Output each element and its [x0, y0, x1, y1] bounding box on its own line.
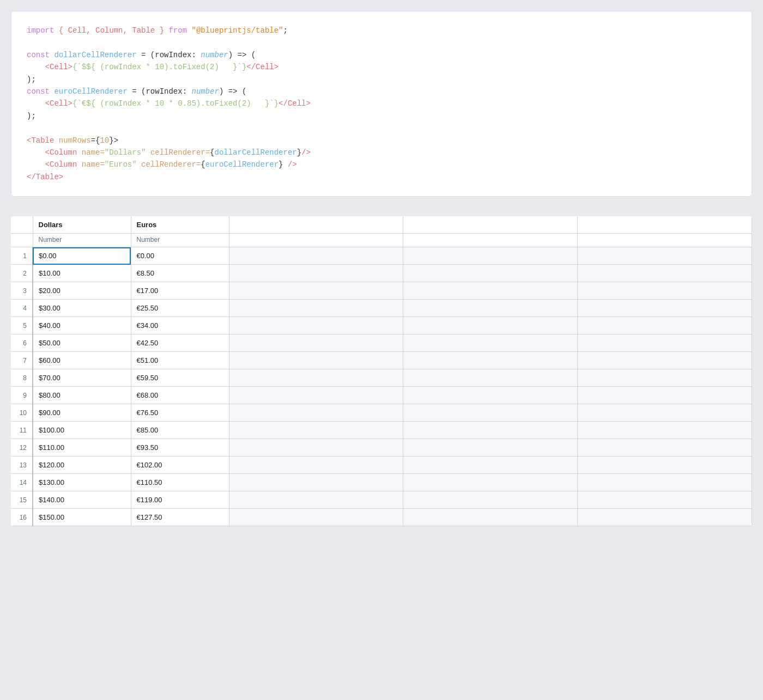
cell-euros[interactable]: €59.50 [131, 369, 229, 387]
code-block: import { Cell, Column, Table } from "@bl… [11, 11, 752, 197]
cell-euros[interactable]: €34.00 [131, 317, 229, 334]
empty-cell-2 [403, 265, 578, 282]
cell-euros[interactable]: €93.50 [131, 439, 229, 456]
cell-dollars[interactable]: $120.00 [33, 456, 131, 474]
cell-dollars[interactable]: $0.00 [33, 247, 131, 265]
cell-euros[interactable]: €102.00 [131, 456, 229, 474]
empty-cell-2 [403, 439, 578, 456]
empty-cell-2 [403, 369, 578, 387]
empty-cell-1 [229, 491, 403, 509]
cell-dollars[interactable]: $50.00 [33, 334, 131, 352]
table-row[interactable]: 14$130.00€110.50 [11, 474, 752, 491]
empty-cell-2 [403, 509, 578, 526]
table-row[interactable]: 4$30.00€25.50 [11, 300, 752, 317]
cell-euros[interactable]: €42.50 [131, 334, 229, 352]
row-number: 16 [11, 509, 33, 526]
empty-cell-1 [229, 334, 403, 352]
cell-dollars[interactable]: $30.00 [33, 300, 131, 317]
table-row[interactable]: 11$100.00€85.00 [11, 422, 752, 439]
cell-dollars[interactable]: $150.00 [33, 509, 131, 526]
row-num-type [11, 234, 33, 247]
cell-dollars[interactable]: $70.00 [33, 369, 131, 387]
row-number: 8 [11, 369, 33, 387]
table-row[interactable]: 5$40.00€34.00 [11, 317, 752, 334]
code-pre: import { Cell, Column, Table } from "@bl… [27, 25, 736, 183]
table-row[interactable]: 12$110.00€93.50 [11, 439, 752, 456]
row-number: 9 [11, 387, 33, 404]
table-row[interactable]: 6$50.00€42.50 [11, 334, 752, 352]
table-row[interactable]: 7$60.00€51.00 [11, 352, 752, 369]
empty-cell-2 [403, 387, 578, 404]
cell-euros[interactable]: €110.50 [131, 474, 229, 491]
empty-cell-3 [578, 334, 752, 352]
data-table: Dollars Euros Number Number 1$0.00€0.002… [11, 216, 752, 526]
empty-cell-3 [578, 439, 752, 456]
empty-cell-3 [578, 474, 752, 491]
empty-cell-3 [578, 509, 752, 526]
empty-cell-1 [229, 387, 403, 404]
cell-euros[interactable]: €0.00 [131, 247, 229, 265]
table-body: 1$0.00€0.002$10.00€8.503$20.00€17.004$30… [11, 247, 752, 526]
col-header-dollars[interactable]: Dollars [33, 216, 131, 234]
col-header-empty3 [578, 216, 752, 234]
table-row[interactable]: 16$150.00€127.50 [11, 509, 752, 526]
row-number: 3 [11, 282, 33, 300]
cell-euros[interactable]: €85.00 [131, 422, 229, 439]
column-type-row: Number Number [11, 234, 752, 247]
empty-cell-1 [229, 422, 403, 439]
cell-euros[interactable]: €8.50 [131, 265, 229, 282]
empty-cell-1 [229, 456, 403, 474]
table-row[interactable]: 13$120.00€102.00 [11, 456, 752, 474]
cell-euros[interactable]: €127.50 [131, 509, 229, 526]
cell-euros[interactable]: €17.00 [131, 282, 229, 300]
empty-cell-2 [403, 300, 578, 317]
empty-cell-1 [229, 369, 403, 387]
row-number: 5 [11, 317, 33, 334]
cell-euros[interactable]: €119.00 [131, 491, 229, 509]
empty-cell-3 [578, 282, 752, 300]
col-type-empty2 [403, 234, 578, 247]
cell-euros[interactable]: €76.50 [131, 404, 229, 422]
col-type-dollars: Number [33, 234, 131, 247]
cell-dollars[interactable]: $40.00 [33, 317, 131, 334]
table-row[interactable]: 15$140.00€119.00 [11, 491, 752, 509]
col-type-empty1 [229, 234, 403, 247]
row-number: 13 [11, 456, 33, 474]
empty-cell-2 [403, 247, 578, 265]
empty-cell-3 [578, 317, 752, 334]
row-number: 6 [11, 334, 33, 352]
empty-cell-3 [578, 404, 752, 422]
col-header-euros[interactable]: Euros [131, 216, 229, 234]
table-row[interactable]: 3$20.00€17.00 [11, 282, 752, 300]
table-row[interactable]: 9$80.00€68.00 [11, 387, 752, 404]
empty-cell-1 [229, 282, 403, 300]
empty-cell-2 [403, 404, 578, 422]
empty-cell-1 [229, 265, 403, 282]
empty-cell-2 [403, 317, 578, 334]
row-number: 1 [11, 247, 33, 265]
row-number: 15 [11, 491, 33, 509]
cell-dollars[interactable]: $10.00 [33, 265, 131, 282]
empty-cell-3 [578, 352, 752, 369]
column-header-row: Dollars Euros [11, 216, 752, 234]
cell-dollars[interactable]: $110.00 [33, 439, 131, 456]
cell-euros[interactable]: €68.00 [131, 387, 229, 404]
empty-cell-3 [578, 422, 752, 439]
empty-cell-2 [403, 456, 578, 474]
cell-dollars[interactable]: $60.00 [33, 352, 131, 369]
cell-dollars[interactable]: $20.00 [33, 282, 131, 300]
col-type-euros: Number [131, 234, 229, 247]
empty-cell-1 [229, 317, 403, 334]
table-row[interactable]: 10$90.00€76.50 [11, 404, 752, 422]
table-row[interactable]: 2$10.00€8.50 [11, 265, 752, 282]
cell-euros[interactable]: €25.50 [131, 300, 229, 317]
cell-euros[interactable]: €51.00 [131, 352, 229, 369]
cell-dollars[interactable]: $90.00 [33, 404, 131, 422]
cell-dollars[interactable]: $80.00 [33, 387, 131, 404]
cell-dollars[interactable]: $130.00 [33, 474, 131, 491]
cell-dollars[interactable]: $100.00 [33, 422, 131, 439]
table-row[interactable]: 1$0.00€0.00 [11, 247, 752, 265]
empty-cell-1 [229, 247, 403, 265]
cell-dollars[interactable]: $140.00 [33, 491, 131, 509]
table-row[interactable]: 8$70.00€59.50 [11, 369, 752, 387]
